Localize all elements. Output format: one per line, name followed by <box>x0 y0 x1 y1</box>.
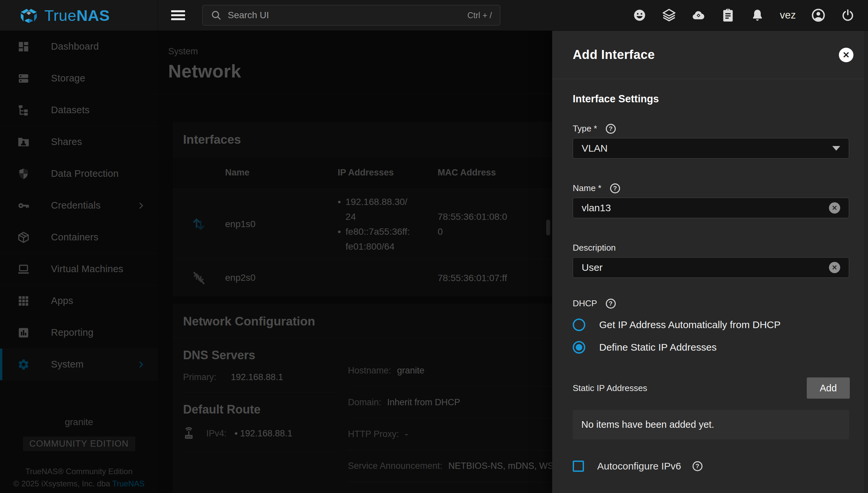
dhcp-label: DHCP <box>573 298 597 308</box>
radio-static-ip[interactable]: Define Static IP Addresses <box>573 341 850 353</box>
type-field-group: Type * ? VLAN <box>573 124 850 158</box>
topbar: TrueNAS Ctrl + / v <box>0 0 868 31</box>
description-input[interactable] <box>582 262 829 273</box>
name-label: Name * <box>573 183 602 193</box>
cloud-sync-icon[interactable] <box>692 8 706 22</box>
clear-input-icon[interactable]: ✕ <box>829 262 840 273</box>
radio-button-icon <box>573 341 585 353</box>
autoconfigure-ipv6-label: Autoconfigure IPv6 <box>597 460 681 472</box>
close-icon[interactable]: ✕ <box>839 48 853 62</box>
radio-dhcp-automatic[interactable]: Get IP Address Automatically from DHCP <box>573 319 850 331</box>
truenas-logo[interactable]: TrueNAS <box>0 0 158 30</box>
interface-settings-heading: Interface Settings <box>573 93 850 105</box>
panel-body: Interface Settings Type * ? VLAN Name * … <box>552 79 868 472</box>
help-icon[interactable]: ? <box>606 299 616 308</box>
add-static-ip-button[interactable]: Add <box>807 378 850 399</box>
autoconfigure-ipv6-checkbox[interactable] <box>573 460 584 472</box>
global-search: Ctrl + / <box>202 5 500 25</box>
description-field-group: Description ✕ <box>573 243 850 278</box>
truenas-logo-icon <box>19 7 38 23</box>
topbar-icons: vez <box>633 8 868 22</box>
autoconfigure-ipv6-row: Autoconfigure IPv6 ? <box>573 460 850 472</box>
static-ip-empty-message: No items have been added yet. <box>573 410 849 440</box>
smiley-icon[interactable] <box>633 8 647 22</box>
help-icon[interactable]: ? <box>610 184 620 193</box>
truenas-app: TrueNAS Ctrl + / v <box>0 0 868 493</box>
panel-scrollbar[interactable] <box>864 31 868 493</box>
truenas-logo-text: TrueNAS <box>44 6 110 24</box>
name-field-group: Name * ? ✕ <box>573 183 850 218</box>
panel-header: Add Interface ✕ <box>552 31 868 79</box>
bell-icon[interactable] <box>751 8 764 22</box>
search-icon <box>211 9 222 21</box>
avatar-icon[interactable] <box>811 8 825 22</box>
help-icon[interactable]: ? <box>606 124 616 134</box>
clipboard-icon[interactable] <box>721 8 735 22</box>
search-shortcut: Ctrl + / <box>468 10 492 20</box>
type-select[interactable]: VLAN <box>573 138 849 158</box>
static-ip-section: Static IP Addresses Add <box>573 378 850 399</box>
menu-toggle-icon[interactable] <box>171 10 185 20</box>
description-label: Description <box>573 243 616 253</box>
name-input[interactable] <box>582 202 829 214</box>
help-icon[interactable]: ? <box>693 461 702 471</box>
stack-icon[interactable] <box>662 8 676 22</box>
power-icon[interactable] <box>841 8 855 22</box>
type-label: Type * <box>573 124 597 134</box>
chevron-down-icon <box>832 146 840 151</box>
username-label[interactable]: vez <box>780 9 796 21</box>
search-input[interactable] <box>228 10 461 21</box>
panel-title: Add Interface <box>573 48 655 62</box>
radio-button-icon <box>573 319 585 331</box>
clear-input-icon[interactable]: ✕ <box>829 202 840 214</box>
static-ip-label: Static IP Addresses <box>573 383 647 393</box>
add-interface-panel: Add Interface ✕ Interface Settings Type … <box>552 31 868 493</box>
dhcp-group: DHCP ? Get IP Address Automatically from… <box>573 298 850 353</box>
